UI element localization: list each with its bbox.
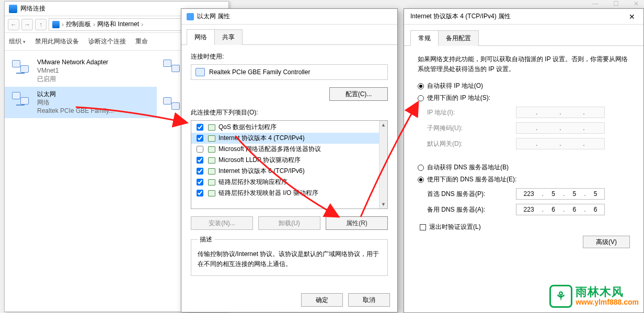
- radio-auto-ip-label: 自动获得 IP 地址(O): [427, 82, 483, 90]
- item-sub1: 网络: [37, 98, 114, 107]
- radio-off-icon: [418, 165, 424, 171]
- protocol-label: QoS 数据包计划程序: [218, 123, 277, 132]
- scroll-up-icon[interactable]: ▲: [380, 121, 387, 129]
- protocol-icon: [208, 135, 215, 142]
- protocol-row[interactable]: 链路层拓扑发现响应程序: [191, 177, 387, 188]
- control-panel-icon: [52, 21, 60, 28]
- protocol-checkbox[interactable]: [197, 124, 203, 131]
- item-title: 以太网: [37, 90, 114, 98]
- validate-checkbox[interactable]: 退出时验证设置(L): [420, 223, 630, 231]
- protocol-checkbox[interactable]: [197, 179, 203, 186]
- radio-on-icon: [418, 83, 424, 89]
- install-button[interactable]: 安装(N)...: [191, 216, 253, 230]
- protocol-icon: [208, 157, 215, 164]
- protocol-row[interactable]: Internet 协议版本 4 (TCP/IPv4): [191, 133, 387, 144]
- dlg3-tabs: 常规 备用配置: [404, 25, 643, 46]
- rename-button[interactable]: 重命: [135, 37, 148, 46]
- configure-button[interactable]: 配置(C)...: [329, 87, 388, 101]
- validate-label: 退出时验证设置(L): [429, 223, 481, 231]
- ethernet-icon: [187, 13, 194, 20]
- radio-on-icon: [418, 177, 424, 183]
- ok-button[interactable]: 确定: [301, 293, 343, 307]
- protocol-list[interactable]: QoS 数据包计划程序Internet 协议版本 4 (TCP/IPv4)Mic…: [191, 120, 388, 209]
- ipv4-properties-dialog: Internet 协议版本 4 (TCP/IPv4) 属性 ✕ 常规 备用配置 …: [404, 8, 644, 313]
- item-sub2: Realtek PCIe GBE Family...: [37, 107, 114, 115]
- crumb-b[interactable]: 网络和 Internet: [97, 20, 139, 29]
- protocol-checkbox[interactable]: [197, 146, 203, 153]
- scrollbar[interactable]: ▲ ▼: [379, 121, 387, 208]
- item-title: VMware Network Adapter: [37, 58, 108, 66]
- protocol-row[interactable]: Internet 协议版本 6 (TCP/IPv6): [191, 166, 387, 177]
- dlg2-title: 以太网 属性: [197, 12, 230, 21]
- protocol-label: Internet 协议版本 6 (TCP/IPv6): [218, 167, 305, 176]
- protocol-label: Microsoft LLDP 协议驱动程序: [218, 156, 301, 165]
- radio-manual-dns-label: 使用下面的 DNS 服务器地址(E):: [427, 175, 516, 184]
- protocol-label: Internet 协议版本 4 (TCP/IPv4): [218, 134, 305, 143]
- tab-network[interactable]: 网络: [187, 29, 215, 45]
- close-button[interactable]: ✕: [620, 9, 643, 25]
- tab-sharing[interactable]: 共享: [214, 29, 243, 45]
- dlg3-titlebar[interactable]: Internet 协议版本 4 (TCP/IPv4) 属性 ✕: [404, 9, 643, 25]
- crumb-a[interactable]: 控制面板: [66, 20, 91, 29]
- network-adapter-icon: [11, 58, 32, 79]
- radio-auto-dns[interactable]: 自动获得 DNS 服务器地址(B): [418, 163, 630, 172]
- description-legend: 描述: [198, 235, 214, 244]
- device-box[interactable]: Realtek PCIe GBE Family Controller: [191, 64, 388, 80]
- back-button[interactable]: ←: [8, 19, 19, 30]
- dlg3-title: Internet 协议版本 4 (TCP/IPv4) 属性: [410, 12, 511, 21]
- protocol-row[interactable]: 链路层拓扑发现映射器 I/O 驱动程序: [191, 188, 387, 199]
- mask-label: 子网掩码(U):: [427, 124, 516, 133]
- disable-device-button[interactable]: 禁用此网络设备: [35, 37, 79, 46]
- dns2-input[interactable]: 223. 6. 6. 6: [516, 204, 605, 215]
- protocol-checkbox[interactable]: [197, 135, 203, 142]
- win1-title: 网络连接: [20, 4, 45, 13]
- protocol-checkbox[interactable]: [197, 157, 203, 164]
- watermark-title: 雨林木风: [576, 286, 639, 298]
- cancel-button[interactable]: 取消: [348, 293, 390, 307]
- protocol-icon: [208, 146, 215, 153]
- protocol-row[interactable]: Microsoft LLDP 协议驱动程序: [191, 155, 387, 166]
- mask-input: ...: [516, 122, 605, 134]
- description-group: 描述 传输控制协议/Internet 协议。该协议是默认的广域网络协议，用于在不…: [191, 235, 388, 276]
- watermark-url: www.ylmf888.com: [576, 298, 639, 306]
- protocol-label: Microsoft 网络适配器多路传送器协议: [218, 145, 321, 154]
- dlg2-tabs: 网络 共享: [181, 25, 397, 45]
- radio-manual-ip-label: 使用下面的 IP 地址(S):: [427, 94, 490, 102]
- ip-label: IP 地址(I):: [427, 108, 516, 117]
- dns2-label: 备用 DNS 服务器(A):: [427, 205, 516, 214]
- radio-auto-dns-label: 自动获得 DNS 服务器地址(B): [427, 163, 509, 172]
- scroll-down-icon[interactable]: ▼: [380, 200, 387, 208]
- organize-menu[interactable]: 组织: [9, 37, 26, 46]
- diagnose-button[interactable]: 诊断这个连接: [88, 37, 126, 46]
- dns1-input[interactable]: 223. 5. 5. 5: [516, 188, 605, 200]
- protocol-checkbox[interactable]: [197, 190, 203, 196]
- radio-auto-ip[interactable]: 自动获得 IP 地址(O): [418, 82, 630, 90]
- protocol-icon: [208, 190, 215, 196]
- up-button[interactable]: ↑: [35, 19, 47, 30]
- forward-button[interactable]: →: [21, 19, 33, 30]
- advanced-button[interactable]: 高级(V): [583, 236, 630, 248]
- properties-button[interactable]: 属性(R): [326, 216, 388, 230]
- radio-manual-ip[interactable]: 使用下面的 IP 地址(S):: [418, 94, 630, 102]
- protocol-label: 链路层拓扑发现映射器 I/O 驱动程序: [218, 189, 318, 198]
- protocol-row[interactable]: QoS 数据包计划程序: [191, 122, 387, 133]
- protocol-icon: [208, 168, 215, 175]
- gateway-label: 默认网关(D):: [427, 140, 516, 148]
- protocol-icon: [208, 179, 215, 186]
- tab-general[interactable]: 常规: [410, 30, 439, 46]
- dlg2-titlebar[interactable]: 以太网 属性: [181, 9, 397, 25]
- item-sub1: VMnet1: [37, 66, 108, 75]
- watermark: ⚘ 雨林木风 www.ylmf888.com: [549, 285, 639, 308]
- radio-manual-dns[interactable]: 使用下面的 DNS 服务器地址(E):: [418, 175, 630, 184]
- dns1-label: 首选 DNS 服务器(P):: [427, 190, 516, 199]
- info-text: 如果网络支持此功能，则可以获取自动指派的 IP 设置。否则，你需要从网络系统管理…: [418, 54, 630, 74]
- device-name: Realtek PCIe GBE Family Controller: [209, 68, 310, 76]
- ip-input: ...: [516, 107, 605, 118]
- uninstall-button[interactable]: 卸载(U): [258, 216, 320, 230]
- protocol-icon: [208, 124, 215, 131]
- protocol-checkbox[interactable]: [197, 168, 203, 175]
- ethernet-properties-dialog: 以太网 属性 网络 共享 连接时使用: Realtek PCIe GBE Fam…: [181, 8, 398, 312]
- protocol-row[interactable]: Microsoft 网络适配器多路传送器协议: [191, 144, 387, 155]
- description-text: 传输控制协议/Internet 协议。该协议是默认的广域网络协议，用于在不同的相…: [198, 249, 381, 269]
- tab-alternate[interactable]: 备用配置: [438, 30, 479, 46]
